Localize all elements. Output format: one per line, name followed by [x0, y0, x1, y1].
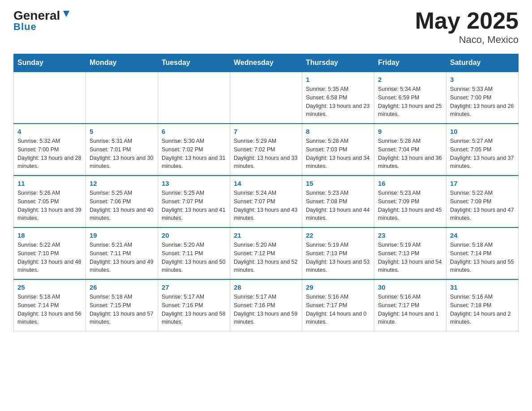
- calendar-week-5: 25Sunrise: 5:18 AMSunset: 7:14 PMDayligh…: [14, 279, 519, 331]
- calendar-cell: 6Sunrise: 5:30 AMSunset: 7:02 PMDaylight…: [158, 124, 230, 176]
- calendar-week-4: 18Sunrise: 5:22 AMSunset: 7:10 PMDayligh…: [14, 227, 519, 279]
- calendar-cell: 26Sunrise: 5:18 AMSunset: 7:15 PMDayligh…: [86, 279, 158, 331]
- calendar-cell: 19Sunrise: 5:21 AMSunset: 7:11 PMDayligh…: [86, 227, 158, 279]
- day-number: 31: [450, 283, 515, 291]
- day-info: Sunrise: 5:17 AMSunset: 7:16 PMDaylight:…: [162, 293, 226, 326]
- calendar-cell: 9Sunrise: 5:28 AMSunset: 7:04 PMDaylight…: [374, 124, 446, 176]
- day-number: 1: [306, 76, 370, 83]
- day-info: Sunrise: 5:22 AMSunset: 7:10 PMDaylight:…: [17, 241, 82, 274]
- day-info: Sunrise: 5:17 AMSunset: 7:16 PMDaylight:…: [234, 293, 298, 326]
- day-number: 21: [234, 231, 298, 239]
- day-number: 20: [162, 231, 226, 239]
- day-number: 17: [450, 180, 515, 187]
- day-number: 16: [378, 180, 442, 187]
- header-friday: Friday: [374, 54, 446, 72]
- calendar-cell: 14Sunrise: 5:24 AMSunset: 7:07 PMDayligh…: [230, 176, 302, 227]
- day-info: Sunrise: 5:35 AMSunset: 6:58 PMDaylight:…: [306, 85, 370, 119]
- calendar-cell: 20Sunrise: 5:20 AMSunset: 7:11 PMDayligh…: [158, 227, 230, 279]
- day-info: Sunrise: 5:22 AMSunset: 7:09 PMDaylight:…: [450, 189, 515, 223]
- page-header: General Blue May 2025 Naco, Mexico: [13, 9, 519, 46]
- day-info: Sunrise: 5:18 AMSunset: 7:14 PMDaylight:…: [17, 293, 82, 326]
- calendar-cell: 4Sunrise: 5:32 AMSunset: 7:00 PMDaylight…: [14, 124, 86, 176]
- calendar-cell: 16Sunrise: 5:23 AMSunset: 7:09 PMDayligh…: [374, 176, 446, 227]
- day-info: Sunrise: 5:23 AMSunset: 7:09 PMDaylight:…: [378, 189, 442, 223]
- calendar-cell: 3Sunrise: 5:33 AMSunset: 7:00 PMDaylight…: [446, 72, 519, 124]
- day-info: Sunrise: 5:16 AMSunset: 7:17 PMDaylight:…: [378, 293, 442, 326]
- day-number: 4: [17, 128, 82, 135]
- day-number: 15: [306, 180, 370, 187]
- day-number: 18: [17, 231, 82, 239]
- day-number: 10: [450, 128, 515, 135]
- calendar-cell: 25Sunrise: 5:18 AMSunset: 7:14 PMDayligh…: [14, 279, 86, 331]
- day-info: Sunrise: 5:18 AMSunset: 7:15 PMDaylight:…: [90, 293, 154, 326]
- calendar-cell: [14, 72, 86, 124]
- day-info: Sunrise: 5:19 AMSunset: 7:13 PMDaylight:…: [378, 241, 442, 274]
- day-info: Sunrise: 5:21 AMSunset: 7:11 PMDaylight:…: [90, 241, 154, 274]
- calendar-week-3: 11Sunrise: 5:26 AMSunset: 7:05 PMDayligh…: [14, 176, 519, 227]
- day-number: 14: [234, 180, 298, 187]
- calendar-cell: 28Sunrise: 5:17 AMSunset: 7:16 PMDayligh…: [230, 279, 302, 331]
- calendar-cell: 29Sunrise: 5:16 AMSunset: 7:17 PMDayligh…: [302, 279, 374, 331]
- day-number: 7: [234, 128, 298, 135]
- logo-blue: Blue: [13, 21, 37, 33]
- day-info: Sunrise: 5:28 AMSunset: 7:03 PMDaylight:…: [306, 137, 370, 171]
- title-area: May 2025 Naco, Mexico: [415, 9, 519, 46]
- day-number: 25: [17, 283, 82, 291]
- day-number: 29: [306, 283, 370, 291]
- calendar-cell: 24Sunrise: 5:18 AMSunset: 7:14 PMDayligh…: [446, 227, 519, 279]
- day-info: Sunrise: 5:25 AMSunset: 7:06 PMDaylight:…: [90, 189, 154, 223]
- day-info: Sunrise: 5:31 AMSunset: 7:01 PMDaylight:…: [90, 137, 154, 171]
- day-number: 30: [378, 283, 442, 291]
- calendar-cell: 23Sunrise: 5:19 AMSunset: 7:13 PMDayligh…: [374, 227, 446, 279]
- day-number: 12: [90, 180, 154, 187]
- calendar-cell: 10Sunrise: 5:27 AMSunset: 7:05 PMDayligh…: [446, 124, 519, 176]
- calendar-cell: 2Sunrise: 5:34 AMSunset: 6:59 PMDaylight…: [374, 72, 446, 124]
- logo-area: General Blue: [13, 9, 71, 33]
- calendar-week-1: 1Sunrise: 5:35 AMSunset: 6:58 PMDaylight…: [14, 72, 519, 124]
- day-number: 19: [90, 231, 154, 239]
- calendar-cell: [230, 72, 302, 124]
- day-number: 2: [378, 76, 442, 83]
- calendar-cell: 21Sunrise: 5:20 AMSunset: 7:12 PMDayligh…: [230, 227, 302, 279]
- day-number: 9: [378, 128, 442, 135]
- day-info: Sunrise: 5:23 AMSunset: 7:08 PMDaylight:…: [306, 189, 370, 223]
- day-info: Sunrise: 5:34 AMSunset: 6:59 PMDaylight:…: [378, 85, 442, 119]
- day-number: 28: [234, 283, 298, 291]
- header-monday: Monday: [86, 54, 158, 72]
- calendar-cell: 13Sunrise: 5:25 AMSunset: 7:07 PMDayligh…: [158, 176, 230, 227]
- calendar-cell: 12Sunrise: 5:25 AMSunset: 7:06 PMDayligh…: [86, 176, 158, 227]
- calendar-cell: 8Sunrise: 5:28 AMSunset: 7:03 PMDaylight…: [302, 124, 374, 176]
- day-info: Sunrise: 5:33 AMSunset: 7:00 PMDaylight:…: [450, 85, 515, 119]
- day-info: Sunrise: 5:16 AMSunset: 7:17 PMDaylight:…: [306, 293, 370, 326]
- day-number: 13: [162, 180, 226, 187]
- calendar-header-row: SundayMondayTuesdayWednesdayThursdayFrid…: [14, 54, 519, 72]
- day-info: Sunrise: 5:24 AMSunset: 7:07 PMDaylight:…: [234, 189, 298, 223]
- calendar-cell: 1Sunrise: 5:35 AMSunset: 6:58 PMDaylight…: [302, 72, 374, 124]
- calendar-title: May 2025: [415, 9, 519, 32]
- day-number: 27: [162, 283, 226, 291]
- day-number: 8: [306, 128, 370, 135]
- day-info: Sunrise: 5:20 AMSunset: 7:11 PMDaylight:…: [162, 241, 226, 274]
- day-number: 6: [162, 128, 226, 135]
- day-number: 5: [90, 128, 154, 135]
- day-info: Sunrise: 5:16 AMSunset: 7:18 PMDaylight:…: [450, 293, 515, 326]
- day-info: Sunrise: 5:26 AMSunset: 7:05 PMDaylight:…: [17, 189, 82, 223]
- calendar-cell: 5Sunrise: 5:31 AMSunset: 7:01 PMDaylight…: [86, 124, 158, 176]
- day-number: 24: [450, 231, 515, 239]
- calendar-cell: 31Sunrise: 5:16 AMSunset: 7:18 PMDayligh…: [446, 279, 519, 331]
- calendar-cell: 30Sunrise: 5:16 AMSunset: 7:17 PMDayligh…: [374, 279, 446, 331]
- day-info: Sunrise: 5:19 AMSunset: 7:13 PMDaylight:…: [306, 241, 370, 274]
- day-number: 26: [90, 283, 154, 291]
- svg-marker-0: [63, 11, 69, 17]
- day-info: Sunrise: 5:32 AMSunset: 7:00 PMDaylight:…: [17, 137, 82, 171]
- day-info: Sunrise: 5:27 AMSunset: 7:05 PMDaylight:…: [450, 137, 515, 171]
- header-tuesday: Tuesday: [158, 54, 230, 72]
- day-info: Sunrise: 5:25 AMSunset: 7:07 PMDaylight:…: [162, 189, 226, 223]
- calendar-cell: 27Sunrise: 5:17 AMSunset: 7:16 PMDayligh…: [158, 279, 230, 331]
- day-info: Sunrise: 5:20 AMSunset: 7:12 PMDaylight:…: [234, 241, 298, 274]
- calendar-cell: 17Sunrise: 5:22 AMSunset: 7:09 PMDayligh…: [446, 176, 519, 227]
- calendar-cell: 11Sunrise: 5:26 AMSunset: 7:05 PMDayligh…: [14, 176, 86, 227]
- calendar-cell: 18Sunrise: 5:22 AMSunset: 7:10 PMDayligh…: [14, 227, 86, 279]
- calendar-cell: [158, 72, 230, 124]
- header-wednesday: Wednesday: [230, 54, 302, 72]
